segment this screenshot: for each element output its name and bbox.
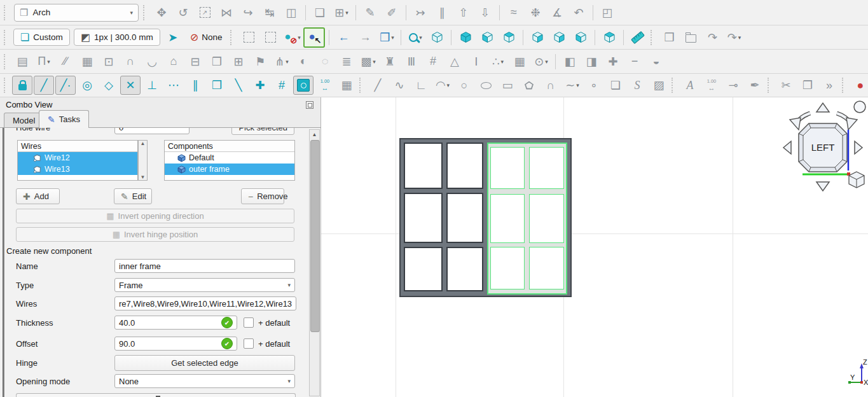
view-right-icon[interactable] [527,28,548,47]
selected-wire-pane[interactable] [529,147,564,189]
draft-ellipse-icon[interactable] [476,76,496,95]
view-fit-all-icon[interactable] [427,28,447,47]
hole-wire-input[interactable]: 0 [114,128,189,134]
window-pane[interactable] [404,143,443,189]
facebinder-icon[interactable]: ❏ [605,76,626,95]
name-input[interactable]: inner frame [114,259,295,273]
mirror-icon[interactable]: ⋈ [216,3,237,22]
tab-tasks[interactable]: ✎ Tasks [39,110,89,128]
make-link-group-icon[interactable]: ↷▾ [724,28,744,47]
downgrade-icon[interactable]: ⇩ [475,3,495,22]
box-element-selection-icon[interactable] [260,28,280,47]
selected-wire-pane[interactable] [529,194,564,243]
cut-icon[interactable]: ✂ [776,76,796,95]
opening-mode-dropdown[interactable]: None ▾ [114,374,295,388]
shapestring-icon[interactable]: S [627,76,647,95]
move-icon[interactable]: ✥ [151,3,172,22]
scrollbar-thumb[interactable] [310,140,320,332]
snap-perpendicular-icon[interactable]: ⊥ [142,76,162,95]
selection-mode-icon[interactable]: ●↖ [303,27,325,48]
window-pane[interactable] [404,193,443,243]
curtain-wall-icon[interactable]: ▦ [77,52,97,71]
snap-lock-icon[interactable] [12,76,32,95]
survey-icon[interactable]: ◒ [646,52,666,71]
axis-system-icon[interactable]: ◌ [315,52,335,71]
trim-icon[interactable]: ↹ [259,3,280,22]
snap-ortho-icon[interactable]: ✚ [250,76,270,95]
tab-model[interactable]: Model [4,113,44,128]
snap-special-icon[interactable]: ❒ [207,76,227,95]
type-dropdown[interactable]: Frame ▾ [114,278,295,292]
draft-polygon-icon[interactable] [519,76,539,95]
invert-hinge-position-button[interactable]: ▦ Invert hinge position [16,227,294,242]
view-rear-icon[interactable] [549,28,569,47]
workbench-selector[interactable]: ❒ Arch ▾ [14,4,139,22]
autogroup-button[interactable]: ⊘None [185,29,228,45]
rebar-icon[interactable]: ∕∕ [55,52,76,71]
navigation-cube[interactable]: LEFT [781,98,867,193]
window-pane[interactable] [446,247,483,291]
snap-endpoint-icon[interactable]: ╱ [34,76,54,95]
draft-bezier-icon[interactable]: ∼▾ [562,76,582,95]
remove-button[interactable]: − Remove [241,188,284,204]
component-list-item[interactable]: Default [165,152,294,164]
zoom-icon[interactable]: ▾ [405,28,425,47]
equipment-icon[interactable]: ♜ [380,52,400,71]
draft-circle-icon[interactable]: ○ [454,76,474,95]
material-icon[interactable]: ∴▾ [488,52,508,71]
offset-input[interactable]: 90.0 ✔ [114,337,237,351]
window-pane[interactable] [404,247,443,291]
truss-icon[interactable]: △ [444,52,465,71]
snap-near-icon[interactable]: ╲ [228,76,249,95]
level-icon[interactable]: ⊟ [185,52,205,71]
pipe-icon[interactable]: ⊙▾ [531,52,551,71]
open-folder-icon[interactable] [680,28,701,47]
upgrade-icon[interactable]: ⇧ [453,3,474,22]
float-panel-icon[interactable] [306,101,313,109]
nav-left-arrow[interactable] [783,141,791,154]
add-button[interactable]: ✚ Add [16,188,60,204]
edit-icon[interactable]: ✎ [360,3,380,22]
line-width-button[interactable]: ◩1px | 300.0 mm [74,29,160,46]
panel-scrollbar[interactable]: ▲ [309,129,320,396]
fence-icon[interactable]: # [423,52,443,71]
cut-line-icon[interactable]: ◨ [581,52,602,71]
scroll-up-icon[interactable]: ▲ [310,130,319,139]
snap-extension-icon[interactable]: ⋯ [163,76,184,95]
cut-with-plane-icon[interactable]: ◧ [560,52,580,71]
flip-dimension-icon[interactable]: ↶ [568,3,589,22]
macro-record-icon[interactable]: ● [850,76,868,95]
thickness-input[interactable]: 40.0 ✔ [114,316,237,330]
array-icon[interactable]: ⊞▾ [331,3,352,22]
structure-icon[interactable]: Π▾ [34,52,54,71]
selected-wire-pane[interactable] [490,147,525,189]
nav-down-arrow[interactable] [816,182,829,191]
view-bottom-icon[interactable] [570,28,591,47]
part-shape-icon[interactable]: ❒ [659,28,679,47]
wires-list-scrollbar[interactable]: ▲ ▼ [138,140,148,181]
site-icon[interactable]: ◡ [142,52,162,71]
view-axonometric-icon[interactable] [455,28,476,47]
wire-list-item[interactable]: Wire13 [18,164,137,175]
column-icon[interactable]: Ⅲ [401,52,422,71]
draft-point-icon[interactable]: ∘ [584,76,604,95]
draft-polyline-icon[interactable]: ∿ [389,76,410,95]
nav-right-arrow[interactable] [855,141,862,154]
snap-parallel-icon[interactable]: ∥ [185,76,205,95]
wall-icon[interactable]: ▤ [12,52,32,71]
invert-opening-direction-button[interactable]: ▦ Invert opening direction [16,209,294,223]
apply-style-icon[interactable]: ➤ [163,28,183,47]
reference-icon[interactable]: ⊡ [99,52,119,71]
stairs-icon[interactable]: ≣ [336,52,357,71]
selected-wire-pane[interactable] [529,247,564,289]
add-component-icon[interactable]: ✚ [603,52,623,71]
beam-profile-icon[interactable]: Ⅰ [466,52,486,71]
project-icon[interactable]: ∩ [120,52,141,71]
offset-icon[interactable]: ↪ [238,3,258,22]
slope-icon[interactable]: ∡ [547,3,567,22]
split-icon[interactable]: ∥ [432,3,452,22]
wire-to-bspline-icon[interactable]: ≈ [504,3,524,22]
snap-angle-icon[interactable]: ◇ [99,76,119,95]
scale-icon[interactable]: ↗ [195,3,215,22]
scroll-down-icon[interactable]: ▼ [141,174,146,180]
